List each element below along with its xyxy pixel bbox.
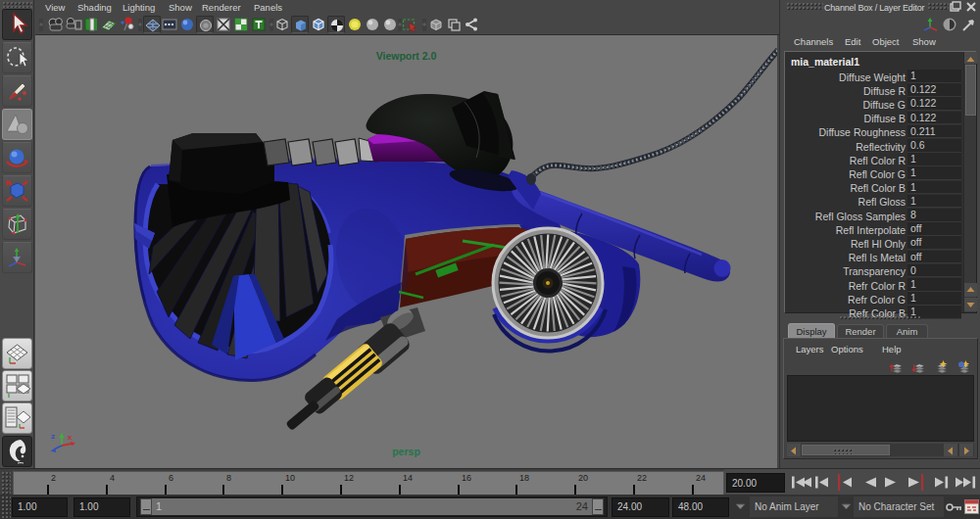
svg-text:z: z <box>51 432 55 441</box>
svg-text:x: x <box>68 433 73 442</box>
